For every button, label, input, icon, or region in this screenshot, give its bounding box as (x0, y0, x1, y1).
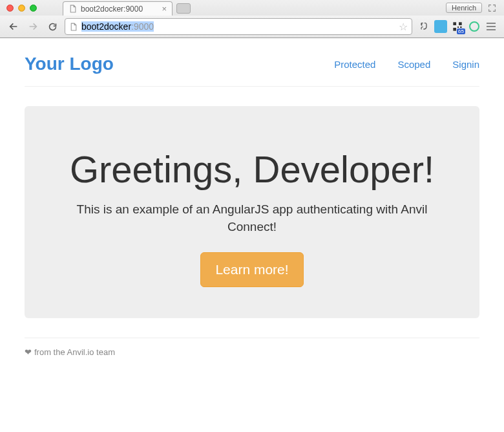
close-tab-icon[interactable]: × (162, 4, 167, 14)
title-bar-right: Henrich (446, 2, 498, 14)
jumbo-subtext: This is an example of an AngularJS app a… (50, 201, 454, 235)
tab-title: boot2docker:9000 (81, 5, 143, 14)
window-title-bar: boot2docker:9000 × Henrich (0, 0, 504, 16)
url-port: :9000 (131, 21, 154, 32)
nav-link-protected[interactable]: Protected (334, 59, 375, 70)
bookmark-star-icon[interactable]: ☆ (399, 21, 408, 33)
qr-badge: 65 (457, 28, 465, 34)
svg-rect-0 (453, 22, 456, 25)
forward-button[interactable] (26, 19, 40, 34)
close-window-button[interactable] (6, 5, 14, 12)
jumbo-heading: Greetings, Developer! (50, 149, 454, 191)
page-content: Your Logo Protected Scoped Signin Greeti… (0, 38, 504, 370)
browser-chrome: boot2docker:9000 × Henrich boot2docker:9… (0, 0, 504, 38)
nav-links: Protected Scoped Signin (334, 59, 479, 70)
url-host: boot2docker (81, 21, 131, 32)
tab-strip: boot2docker:9000 × (63, 0, 446, 16)
maximize-window-button[interactable] (30, 5, 37, 12)
url-text: boot2docker:9000 (81, 21, 395, 32)
minimize-window-button[interactable] (18, 5, 25, 12)
new-tab-button[interactable] (176, 3, 191, 14)
svg-rect-1 (459, 22, 462, 25)
extension-icons: 65 (417, 20, 498, 33)
qr-extension-icon[interactable]: 65 (451, 20, 464, 33)
window-controls (6, 5, 37, 12)
svg-rect-3 (457, 27, 459, 28)
learn-more-button[interactable]: Learn more! (200, 252, 303, 287)
extension-icon-circle[interactable] (468, 20, 481, 33)
site-header: Your Logo Protected Scoped Signin (25, 54, 479, 87)
browser-tab[interactable]: boot2docker:9000 × (63, 1, 173, 16)
fullscreen-icon[interactable] (486, 2, 498, 14)
browser-menu-button[interactable] (485, 23, 498, 30)
evernote-extension-icon[interactable] (417, 20, 430, 33)
back-button[interactable] (6, 19, 21, 34)
address-bar[interactable]: boot2docker:9000 ☆ (65, 18, 412, 35)
footer-text: from the Anvil.io team (34, 347, 115, 357)
page-icon (68, 4, 77, 14)
logo[interactable]: Your Logo (25, 54, 114, 74)
site-footer: ❤ from the Anvil.io team (25, 338, 479, 357)
jumbotron: Greetings, Developer! This is an example… (25, 106, 479, 318)
extension-icon-blue[interactable] (434, 20, 447, 33)
reload-button[interactable] (45, 19, 59, 34)
browser-toolbar: boot2docker:9000 ☆ 65 (0, 16, 504, 38)
site-icon (69, 22, 78, 32)
nav-link-scoped[interactable]: Scoped (397, 59, 430, 70)
profile-button[interactable]: Henrich (446, 3, 482, 13)
svg-rect-4 (460, 27, 462, 28)
nav-link-signin[interactable]: Signin (452, 59, 479, 70)
heart-icon: ❤ (25, 347, 32, 357)
svg-rect-2 (453, 28, 456, 31)
